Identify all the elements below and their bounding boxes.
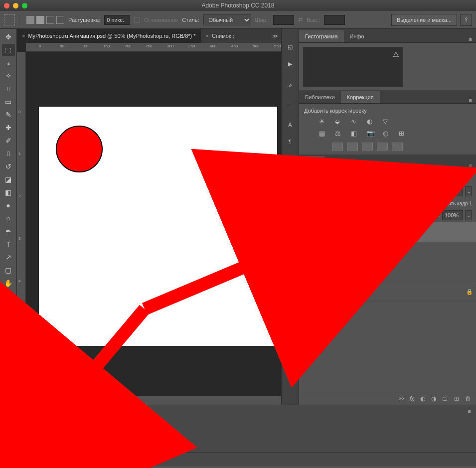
- tab-scroll-icon[interactable]: ≫: [269, 33, 281, 39]
- marquee-tool-icon[interactable]: [4, 14, 15, 25]
- lock-position-icon[interactable]: ✥: [346, 213, 350, 218]
- posterize-icon[interactable]: [347, 143, 358, 151]
- layer-row[interactable]: MyPhotoshop.ru 3: [299, 262, 476, 282]
- select-and-mask-button[interactable]: Выделение и маска...: [391, 14, 457, 26]
- actions-panel-icon[interactable]: ▶: [284, 58, 297, 70]
- frame-delay[interactable]: 0 сек.⌄: [4, 442, 28, 450]
- eyedropper-tool-icon[interactable]: ✎: [2, 109, 15, 121]
- new-group-icon[interactable]: 🗀: [442, 395, 448, 402]
- selection-new-icon[interactable]: [26, 16, 34, 24]
- brightness-icon[interactable]: ☀: [319, 118, 329, 126]
- panel-menu-icon[interactable]: ≡: [465, 162, 476, 168]
- tab-channels[interactable]: Каналы: [324, 156, 356, 168]
- gradient-tool-icon[interactable]: ◧: [2, 186, 15, 198]
- paragraph-panel-icon[interactable]: ¶: [284, 136, 297, 148]
- opacity-dropdown-icon[interactable]: ⌄: [465, 186, 472, 196]
- filter-shape-icon[interactable]: ▢: [434, 173, 442, 180]
- frame-delay[interactable]: 0 сек.⌄: [31, 442, 55, 450]
- color-balance-icon[interactable]: ⚖: [335, 130, 345, 138]
- channel-mixer-icon[interactable]: ◍: [383, 130, 393, 138]
- brush-tool-icon[interactable]: ✐: [2, 135, 15, 147]
- lock-transparency-icon[interactable]: ▨: [331, 213, 336, 218]
- share-icon[interactable]: ⇪: [460, 14, 472, 26]
- panel-menu-icon[interactable]: ≡: [465, 97, 476, 103]
- lasso-tool-icon[interactable]: ⟁: [2, 57, 15, 69]
- canvas-viewport[interactable]: [26, 52, 281, 396]
- document-tab-inactive[interactable]: × Снимок :: [201, 29, 239, 43]
- tab-libraries[interactable]: Библиотеки: [299, 91, 341, 103]
- layer-mask-icon[interactable]: ◐: [420, 395, 425, 402]
- fill-input[interactable]: [442, 210, 463, 220]
- lock-pixels-icon[interactable]: ✐: [339, 213, 343, 218]
- panel-menu-icon[interactable]: ≡: [465, 36, 476, 42]
- healing-brush-tool-icon[interactable]: ✚: [2, 122, 15, 134]
- timeline-frame[interactable]: 10 сек.⌄: [4, 419, 28, 450]
- new-layer-icon[interactable]: ⊞: [454, 395, 459, 402]
- zoom-level[interactable]: 50%: [17, 398, 44, 403]
- loop-select[interactable]: Однократно: [18, 455, 63, 465]
- gradient-map-icon[interactable]: [377, 143, 388, 151]
- timeline-frame[interactable]: 40 сек.⌄: [85, 419, 109, 450]
- propagate-checkbox[interactable]: ✓: [410, 200, 416, 206]
- threshold-icon[interactable]: [362, 143, 373, 151]
- vibrance-icon[interactable]: ▽: [383, 118, 393, 126]
- selection-intersect-icon[interactable]: [56, 16, 64, 24]
- layer-filter-kind[interactable]: Вид: [314, 171, 354, 181]
- hue-sat-icon[interactable]: ▤: [319, 130, 329, 138]
- layer-style-icon[interactable]: fx: [410, 395, 414, 402]
- tween-icon[interactable]: ↯: [124, 456, 133, 463]
- frame-thumbnail[interactable]: 1: [4, 419, 28, 441]
- filter-toggle-icon[interactable]: ●: [464, 173, 472, 180]
- levels-icon[interactable]: ⬙: [335, 118, 345, 126]
- filter-smart-icon[interactable]: ▣: [447, 173, 455, 180]
- frame-delay[interactable]: 0 сек.⌄: [85, 442, 109, 450]
- unify-position-icon[interactable]: ✥: [344, 201, 348, 206]
- new-adjustment-layer-icon[interactable]: ◑: [431, 395, 436, 402]
- unify-visibility-icon[interactable]: 👁: [351, 201, 356, 206]
- hand-tool-icon[interactable]: ✋: [2, 277, 15, 289]
- edit-toolbar-icon[interactable]: ⋯: [2, 303, 15, 315]
- opacity-input[interactable]: [442, 186, 463, 196]
- crop-tool-icon[interactable]: ⌗: [2, 83, 15, 95]
- exposure-icon[interactable]: ◐: [367, 118, 377, 126]
- frame-thumbnail[interactable]: 4: [85, 419, 109, 441]
- fill-dropdown-icon[interactable]: ⌄: [465, 210, 472, 220]
- blur-tool-icon[interactable]: ●: [2, 199, 15, 211]
- frame-thumbnail[interactable]: 2: [31, 419, 55, 441]
- layer-thumbnail[interactable]: [316, 265, 332, 280]
- layer-row[interactable]: Фон🔒: [299, 282, 476, 302]
- delete-frame-icon[interactable]: 🗑: [152, 456, 160, 463]
- first-frame-icon[interactable]: ⏮: [68, 456, 77, 463]
- eraser-tool-icon[interactable]: ◪: [2, 173, 15, 185]
- color-swatches[interactable]: [2, 319, 15, 332]
- bw-icon[interactable]: ◧: [351, 130, 361, 138]
- pen-tool-icon[interactable]: ✒: [2, 225, 15, 237]
- lock-artboard-icon[interactable]: ▣: [353, 213, 357, 218]
- layer-row[interactable]: 👁MyPhotoshop.ru: [299, 222, 476, 242]
- tab-layers[interactable]: Слои: [299, 156, 324, 168]
- history-brush-tool-icon[interactable]: ↺: [2, 160, 15, 172]
- magic-wand-tool-icon[interactable]: ✧: [2, 70, 15, 82]
- brush-settings-panel-icon[interactable]: ≡: [284, 97, 297, 109]
- character-panel-icon[interactable]: A: [284, 119, 297, 131]
- filter-pixel-icon[interactable]: ▧: [395, 173, 403, 180]
- history-panel-icon[interactable]: ◱: [284, 41, 297, 53]
- delete-layer-icon[interactable]: 🗑: [465, 395, 471, 402]
- link-layers-icon[interactable]: ⚯: [399, 395, 404, 402]
- timeline-frame[interactable]: 20 сек.⌄: [31, 419, 55, 450]
- feather-input[interactable]: [104, 15, 130, 25]
- tab-histogram[interactable]: Гистограмма: [299, 30, 344, 42]
- layer-thumbnail[interactable]: [316, 285, 332, 300]
- histogram-warning-icon[interactable]: ⚠: [393, 50, 399, 58]
- rectangular-marquee-tool-icon[interactable]: ⬚: [2, 44, 15, 56]
- play-icon[interactable]: ▶: [96, 456, 105, 463]
- blend-mode-select[interactable]: Обычные: [303, 186, 393, 196]
- selective-color-icon[interactable]: [392, 143, 403, 151]
- selection-add-icon[interactable]: [36, 16, 44, 24]
- type-tool-icon[interactable]: T: [2, 238, 15, 250]
- photo-filter-icon[interactable]: 📷: [367, 130, 377, 138]
- invert-icon[interactable]: [332, 143, 343, 151]
- style-select[interactable]: Обычный: [203, 14, 251, 25]
- next-frame-icon[interactable]: ▶|: [110, 456, 119, 463]
- dodge-tool-icon[interactable]: ○: [2, 212, 15, 224]
